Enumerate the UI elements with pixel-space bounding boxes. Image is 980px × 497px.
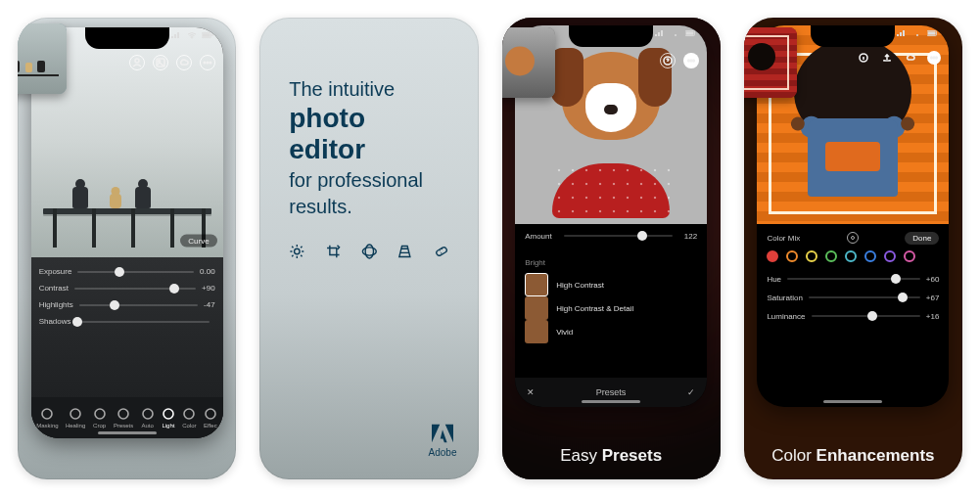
status-bar xyxy=(896,29,939,37)
tagline-line2: photo editor xyxy=(289,103,448,165)
signal-icon xyxy=(170,31,182,39)
original-thumbnail[interactable] xyxy=(18,23,67,94)
color-swatch[interactable] xyxy=(864,250,876,262)
color-swatches xyxy=(767,250,939,262)
slider-value: +16 xyxy=(926,312,940,321)
svg-point-30 xyxy=(931,57,933,59)
presets-tool[interactable]: Presets xyxy=(114,407,133,429)
svg-rect-28 xyxy=(928,31,936,34)
slider-track[interactable] xyxy=(77,321,210,323)
adobe-brand: Adobe xyxy=(429,424,479,479)
lens-icon xyxy=(361,240,378,263)
cloud-icon[interactable] xyxy=(904,51,917,65)
slider-value: -47 xyxy=(204,300,215,309)
slider-value: 0.00 xyxy=(200,267,215,276)
crop-tool[interactable]: Crop xyxy=(93,407,107,429)
screenshot-editor: Curve Exposure0.00Contrast+90Highlights-… xyxy=(18,18,236,479)
svg-point-16 xyxy=(206,409,215,419)
screenshot-presets: Amount 122 Bright High ContrastHigh Cont… xyxy=(502,18,721,479)
wifi-icon xyxy=(186,31,198,39)
light-panel: Exposure0.00Contrast+90Highlights-47Shad… xyxy=(31,257,223,438)
color-swatch[interactable] xyxy=(786,250,798,262)
preset-item[interactable]: High Contrast & Detail xyxy=(525,296,697,320)
light-tool[interactable]: Light xyxy=(162,407,175,429)
more-icon[interactable] xyxy=(683,53,699,68)
svg-rect-1 xyxy=(202,33,210,36)
slider-label: Highlights xyxy=(39,300,73,309)
preset-item[interactable]: High Contrast xyxy=(525,273,697,296)
check-icon[interactable]: ✓ xyxy=(687,387,695,397)
crop-rotate-icon xyxy=(325,240,342,263)
svg-point-25 xyxy=(690,60,692,62)
slider-track[interactable] xyxy=(79,304,198,306)
preset-section-label: Bright xyxy=(525,258,697,267)
info-icon[interactable] xyxy=(857,51,870,65)
svg-point-10 xyxy=(70,409,80,419)
wifi-icon xyxy=(670,29,681,37)
slider-track[interactable] xyxy=(787,278,920,280)
feature-icons xyxy=(289,240,448,263)
marketing-card: The intuitive photo editor for professio… xyxy=(259,18,478,479)
color-swatch[interactable] xyxy=(806,250,817,262)
adobe-label: Adobe xyxy=(429,447,457,458)
preset-item[interactable]: Vivid xyxy=(525,320,697,343)
slider-label: Contrast xyxy=(39,284,69,293)
color-tool[interactable]: Color xyxy=(182,407,196,429)
help-icon[interactable] xyxy=(660,53,676,68)
more-icon[interactable] xyxy=(927,51,941,65)
slider-track[interactable] xyxy=(77,271,194,273)
battery-icon xyxy=(685,29,697,37)
slider-track[interactable] xyxy=(74,288,196,290)
preset-label: High Contrast & Detail xyxy=(556,304,633,313)
svg-point-32 xyxy=(936,57,938,59)
image-icon[interactable] xyxy=(153,55,168,70)
healing-tool[interactable]: Healing xyxy=(66,407,85,429)
svg-rect-22 xyxy=(686,31,694,34)
slider-label: Hue xyxy=(767,275,781,284)
signal-icon xyxy=(654,29,666,37)
slider-track[interactable] xyxy=(812,315,920,317)
slider-label: Shadows xyxy=(39,317,71,326)
color-swatch[interactable] xyxy=(825,250,837,262)
close-icon[interactable]: ✕ xyxy=(527,387,535,397)
target-icon[interactable] xyxy=(847,232,859,244)
home-indicator xyxy=(582,400,640,403)
notch xyxy=(569,25,653,47)
status-bar xyxy=(654,29,697,37)
status-bar xyxy=(170,31,213,39)
color-swatch[interactable] xyxy=(767,250,778,262)
share-icon[interactable] xyxy=(880,51,894,65)
healing-brush-icon xyxy=(433,240,449,263)
svg-point-26 xyxy=(693,60,695,62)
notch xyxy=(811,25,895,47)
color-swatch[interactable] xyxy=(845,250,857,262)
slider-track[interactable] xyxy=(809,296,920,298)
amount-slider[interactable] xyxy=(564,235,673,237)
curve-button[interactable]: Curve xyxy=(180,235,216,248)
slider-row: Saturation+67 xyxy=(767,289,939,307)
slider-label: Luminance xyxy=(767,312,805,321)
tagline-line4: results. xyxy=(289,196,448,218)
svg-point-14 xyxy=(163,409,173,419)
masking-tool[interactable]: Masking xyxy=(36,407,58,429)
original-thumbnail[interactable] xyxy=(502,27,555,98)
done-button[interactable]: Done xyxy=(905,232,939,245)
svg-rect-20 xyxy=(436,247,447,256)
svg-point-7 xyxy=(207,62,209,64)
person-icon[interactable] xyxy=(129,55,145,70)
preset-swatch-icon xyxy=(525,296,548,320)
preset-label: Vivid xyxy=(556,328,573,337)
more-icon[interactable] xyxy=(200,55,215,70)
preset-swatch-icon xyxy=(525,273,548,296)
color-swatch[interactable] xyxy=(884,250,896,262)
original-thumbnail[interactable] xyxy=(744,27,797,98)
effects-tool[interactable]: Effec xyxy=(204,407,217,429)
auto-tool[interactable]: Auto xyxy=(141,407,155,429)
svg-point-13 xyxy=(143,409,153,419)
svg-point-15 xyxy=(184,409,194,419)
cloud-icon[interactable] xyxy=(176,55,192,70)
svg-point-8 xyxy=(210,62,211,64)
color-swatch[interactable] xyxy=(904,250,915,262)
color-top-actions xyxy=(857,51,941,65)
screenshot-color: Color Mix Done Hue+60Saturation+67Lumina… xyxy=(744,18,962,479)
